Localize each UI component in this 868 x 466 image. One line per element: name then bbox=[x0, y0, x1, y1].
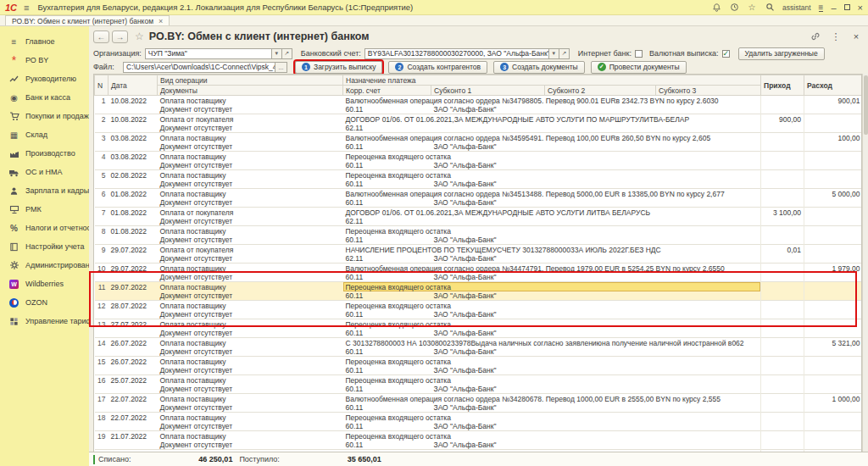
table-row[interactable]: 18 22.07.2022 Оплата поставщику Переоцен… bbox=[95, 413, 863, 423]
cell-date[interactable]: 02.08.2022 bbox=[108, 170, 158, 189]
cell-date[interactable]: 25.07.2022 bbox=[108, 375, 158, 394]
cell-subconto2[interactable] bbox=[545, 329, 656, 338]
cell-purpose[interactable]: Переоценка входящего остатка bbox=[343, 152, 761, 162]
back-button[interactable]: ← bbox=[93, 31, 109, 43]
col-header-n[interactable]: N bbox=[95, 75, 108, 96]
cell-document[interactable]: Документ отсутствует bbox=[158, 236, 343, 245]
cell-purpose[interactable]: С 3013278800003 НА 1030800233978Выдача н… bbox=[343, 338, 761, 348]
cell-income[interactable] bbox=[761, 357, 804, 375]
cell-expense[interactable] bbox=[804, 375, 862, 394]
cell-income[interactable] bbox=[761, 226, 804, 245]
cell-operation[interactable]: Оплата поставщику bbox=[158, 226, 343, 236]
table-row[interactable]: 6 01.08.2022 Оплата поставщику Валютнооб… bbox=[95, 189, 863, 199]
table-row[interactable]: 1 10.08.2022 Оплата поставщику Валютнооб… bbox=[95, 96, 863, 106]
cell-korr-account[interactable]: 62.11 bbox=[343, 254, 431, 264]
cell-date[interactable]: 22.07.2022 bbox=[108, 394, 158, 413]
cell-income[interactable]: 900,00 bbox=[761, 114, 804, 133]
cell-operation[interactable]: Оплата от покупателя bbox=[158, 114, 343, 125]
col-header-operation[interactable]: Вид операции bbox=[158, 75, 343, 86]
cell-operation[interactable]: Оплата поставщику bbox=[158, 357, 343, 367]
cell-income[interactable] bbox=[761, 301, 804, 319]
cell-income[interactable] bbox=[761, 170, 804, 189]
currency-statement-checkbox[interactable] bbox=[722, 50, 730, 58]
cell-subconto1[interactable]: ЗАО "Альфа-Банк" bbox=[431, 254, 545, 264]
cell-income[interactable] bbox=[761, 338, 804, 357]
table-row-details[interactable]: Документ отсутствует 60.11 ЗАО "Альфа-Ба… bbox=[95, 291, 863, 301]
cell-purpose[interactable]: Переоценка входящего остатка bbox=[343, 282, 761, 292]
table-row-details[interactable]: Документ отсутствует 60.11 ЗАО "Альфа-Ба… bbox=[95, 347, 863, 357]
table-row-details[interactable]: Документ отсутствует 60.11 ЗАО "Альфа-Ба… bbox=[95, 273, 863, 282]
cell-expense[interactable] bbox=[804, 245, 862, 264]
sidebar-item-rukovoditelyu[interactable]: Руководителю bbox=[0, 69, 89, 88]
cell-date[interactable]: 26.07.2022 bbox=[108, 338, 158, 357]
cell-document[interactable]: Документ отсутствует bbox=[158, 329, 343, 338]
cell-operation[interactable]: Оплата поставщику bbox=[158, 431, 343, 441]
cell-operation[interactable]: Оплата поставщику bbox=[158, 413, 343, 423]
cell-date[interactable]: 22.07.2022 bbox=[108, 413, 158, 431]
table-row[interactable]: 11 29.07.2022 Оплата поставщику Переоцен… bbox=[95, 282, 863, 292]
table-row[interactable]: 16 25.07.2022 Оплата поставщику Переоцен… bbox=[95, 375, 863, 386]
bank-account-open-icon[interactable]: ↗ bbox=[559, 48, 570, 59]
history-icon[interactable] bbox=[729, 3, 739, 13]
cell-purpose[interactable]: НАЧИСЛЕНИЕ ПРОЦЕНТОВ ПО ТЕКУЩЕМУСЧЕТУ 30… bbox=[343, 245, 761, 255]
cell-subconto3[interactable] bbox=[656, 329, 761, 338]
favorites-star-icon[interactable]: ☆ bbox=[747, 3, 757, 13]
cell-subconto1[interactable]: ЗАО "Альфа-Банк" bbox=[431, 329, 545, 338]
cell-subconto1[interactable] bbox=[431, 217, 545, 226]
tab-exchange-bank[interactable]: РО.BY: Обмен с клиент (интернет) банком … bbox=[5, 15, 170, 25]
close-form-icon[interactable]: × bbox=[851, 31, 861, 42]
table-row-details[interactable]: Документ отсутствует 60.11 ЗАО "Альфа-Ба… bbox=[95, 385, 863, 394]
cell-subconto3[interactable] bbox=[656, 161, 761, 170]
assistant-label[interactable]: assistant bbox=[782, 3, 811, 12]
cell-korr-account[interactable]: 62.11 bbox=[343, 217, 431, 226]
table-row-details[interactable]: Документ отсутствует 60.11 ЗАО "Альфа-Ба… bbox=[95, 366, 863, 375]
cell-subconto3[interactable] bbox=[656, 105, 761, 114]
cell-purpose[interactable]: Валютнообменная операция согласно ордера… bbox=[343, 133, 761, 143]
cell-subconto1[interactable]: ЗАО "Альфа-Банк" bbox=[431, 291, 545, 301]
organization-open-icon[interactable]: ↗ bbox=[282, 48, 292, 59]
table-row-details[interactable]: Документ отсутствует 60.11 ЗАО "Альфа-Ба… bbox=[95, 180, 863, 189]
cell-expense[interactable] bbox=[804, 170, 862, 189]
cell-document[interactable]: Документ отсутствует bbox=[158, 422, 343, 431]
cell-purpose[interactable]: Переоценка входящего остатка bbox=[343, 431, 761, 441]
cell-subconto1[interactable]: ЗАО "Альфа-Банк" bbox=[431, 273, 545, 282]
tab-close-icon[interactable]: × bbox=[159, 17, 163, 25]
cell-subconto1[interactable]: ЗАО "Альфа-Банк" bbox=[431, 422, 545, 431]
cell-document[interactable]: Документ отсутствует bbox=[158, 142, 343, 152]
cell-document[interactable]: Документ отсутствует bbox=[158, 310, 343, 319]
cell-subconto3[interactable] bbox=[656, 180, 761, 189]
cell-subconto1[interactable]: ЗАО "Альфа-Банк" bbox=[431, 403, 545, 413]
cell-subconto3[interactable] bbox=[656, 291, 761, 301]
cell-subconto3[interactable] bbox=[656, 310, 761, 319]
cell-korr-account[interactable]: 60.11 bbox=[343, 161, 431, 170]
cell-document[interactable]: Документ отсутствует bbox=[158, 385, 343, 394]
more-menu-icon[interactable]: ⋮ bbox=[831, 31, 841, 42]
table-row-details[interactable]: Документ отсутствует 60.11 ЗАО "Альфа-Ба… bbox=[95, 161, 863, 170]
cell-korr-account[interactable]: 60.11 bbox=[343, 236, 431, 245]
cell-purpose[interactable]: Валютнообменная операция согласно ордера… bbox=[343, 189, 761, 199]
browse-file-button[interactable]: ... bbox=[275, 62, 287, 73]
cell-subconto1[interactable]: ЗАО "Альфа-Банк" bbox=[431, 441, 545, 450]
cell-date[interactable]: 27.07.2022 bbox=[108, 319, 158, 338]
favorite-star-icon[interactable]: ☆ bbox=[135, 31, 144, 42]
col-header-purpose[interactable]: Назначение платежа bbox=[343, 75, 761, 86]
table-row[interactable]: 2 10.08.2022 Оплата от покупателя ДОГОВО… bbox=[95, 114, 863, 125]
cell-korr-account[interactable]: 60.11 bbox=[343, 422, 431, 431]
cell-subconto2[interactable] bbox=[545, 385, 656, 394]
cell-expense[interactable] bbox=[804, 319, 862, 338]
sidebar-item-pokupki-prodazhi[interactable]: Покупки и продажи bbox=[0, 107, 89, 125]
file-path-input[interactable]: C:\Users\Acer\Downloads\1C-Connect\Vipsk… bbox=[123, 62, 275, 73]
scrollbar-thumb[interactable] bbox=[864, 75, 868, 135]
create-counterparties-button[interactable]: 2 Создать контрагентов bbox=[388, 61, 487, 74]
cell-subconto2[interactable] bbox=[545, 142, 656, 152]
col-header-subconto3[interactable]: Субконто 3 bbox=[656, 86, 761, 96]
bank-account-dropdown-icon[interactable]: ▾ bbox=[549, 48, 559, 59]
internet-bank-checkbox[interactable] bbox=[635, 50, 643, 58]
cell-date[interactable]: 03.08.2022 bbox=[108, 152, 158, 170]
cell-operation[interactable]: Оплата поставщику bbox=[158, 338, 343, 348]
cell-document[interactable]: Документ отсутствует bbox=[158, 161, 343, 170]
cell-expense[interactable]: 1 979,00 bbox=[804, 264, 862, 282]
search-icon[interactable] bbox=[765, 3, 775, 13]
load-statement-button[interactable]: 1 Загрузить выписку bbox=[295, 61, 382, 74]
table-row-details[interactable]: Документ отсутствует 60.11 ЗАО "Альфа-Ба… bbox=[95, 198, 863, 208]
